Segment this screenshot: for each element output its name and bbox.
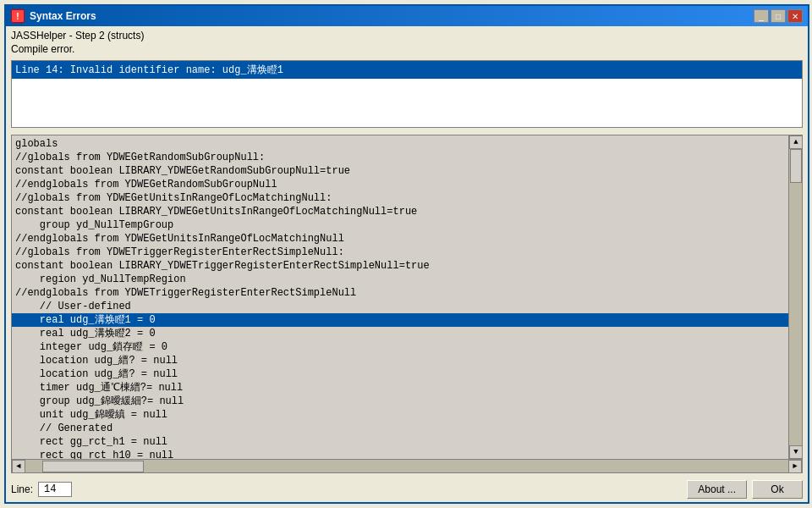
code-line: constant boolean LIBRARY_YDWEGetRandomSu… — [12, 164, 788, 178]
maximize-button[interactable]: □ — [771, 9, 786, 23]
code-line: // Generated — [12, 422, 788, 435]
horizontal-scrollbar[interactable]: ◄ ► — [12, 459, 802, 472]
code-line: constant boolean LIBRARY_YDWEGetUnitsInR… — [12, 205, 788, 218]
code-line: rect gg_rct_h10 = null — [12, 449, 788, 459]
scroll-right-button[interactable]: ► — [788, 460, 802, 473]
scroll-h-track[interactable] — [25, 460, 788, 472]
about-button[interactable]: About ... — [687, 480, 747, 499]
window-icon: ! — [11, 9, 25, 23]
scroll-h-thumb[interactable] — [42, 461, 144, 472]
error-panel: Line 14: Invalid identifier name: udg_溝焕… — [11, 60, 803, 128]
scroll-track[interactable] — [789, 149, 802, 445]
code-line: group udg_錦曖緩細?= null — [12, 395, 788, 408]
subtitle-line2: Compile error. — [11, 43, 803, 55]
scroll-left-button[interactable]: ◄ — [12, 460, 25, 473]
code-line: rect gg_rct_h1 = null — [12, 435, 788, 449]
scroll-thumb[interactable] — [790, 149, 802, 183]
code-line: timer udg_通℃棟縉?= null — [12, 381, 788, 395]
line-indicator: Line: 14 — [11, 482, 72, 497]
code-line: //globals from YDWETriggerRegisterEnterR… — [12, 246, 788, 259]
code-line: location udg_縉? = null — [12, 367, 788, 381]
bottom-buttons: About ... Ok — [687, 480, 803, 499]
error-row[interactable]: Line 14: Invalid identifier name: udg_溝焕… — [12, 61, 802, 79]
line-value: 14 — [38, 482, 72, 497]
code-line: unit udg_錦曖縝 = null — [12, 408, 788, 422]
code-area: globals//globals from YDWEGetRandomSubGr… — [12, 135, 802, 459]
title-bar-left: ! Syntax Errors — [11, 9, 96, 23]
code-line: constant boolean LIBRARY_YDWETriggerRegi… — [12, 259, 788, 273]
code-scroll[interactable]: globals//globals from YDWEGetRandomSubGr… — [12, 135, 788, 459]
line-label: Line: — [11, 483, 33, 495]
subtitle-area: JASSHelper - Step 2 (structs) Compile er… — [6, 26, 808, 57]
ok-button[interactable]: Ok — [752, 480, 803, 499]
code-line: //endglobals from YDWETriggerRegisterEnt… — [12, 286, 788, 300]
code-line: location udg_縉? = null — [12, 354, 788, 367]
scroll-up-button[interactable]: ▲ — [789, 135, 802, 149]
window-title: Syntax Errors — [30, 10, 96, 22]
minimize-button[interactable]: _ — [754, 9, 769, 23]
scroll-down-button[interactable]: ▼ — [789, 445, 802, 459]
title-controls: _ □ ✕ — [754, 9, 803, 23]
close-button[interactable]: ✕ — [787, 9, 803, 23]
code-line: real udg_溝焕瞪1 = 0 — [12, 313, 788, 327]
main-window: ! Syntax Errors _ □ ✕ JASSHelper - Step … — [4, 4, 809, 504]
title-bar: ! Syntax Errors _ □ ✕ — [6, 6, 808, 26]
code-line: // User-defined — [12, 300, 788, 313]
code-panel: globals//globals from YDWEGetRandomSubGr… — [11, 135, 803, 473]
code-line: region yd_NullTempRegion — [12, 273, 788, 286]
code-line: globals — [12, 137, 788, 151]
code-line: //endglobals from YDWEGetUnitsInRangeOfL… — [12, 232, 788, 246]
code-line: //endglobals from YDWEGetRandomSubGroupN… — [12, 178, 788, 191]
code-line: group yd_NullTempGroup — [12, 218, 788, 232]
code-line: real udg_溝焕瞪2 = 0 — [12, 327, 788, 340]
vertical-scrollbar[interactable]: ▲ ▼ — [788, 135, 802, 459]
code-line: //globals from YDWEGetUnitsInRangeOfLocM… — [12, 191, 788, 205]
code-line: //globals from YDWEGetRandomSubGroupNull… — [12, 151, 788, 164]
subtitle-line1: JASSHelper - Step 2 (structs) — [11, 30, 803, 41]
bottom-bar: Line: 14 About ... Ok — [6, 477, 808, 502]
code-line: integer udg_鎖存瞪 = 0 — [12, 340, 788, 354]
